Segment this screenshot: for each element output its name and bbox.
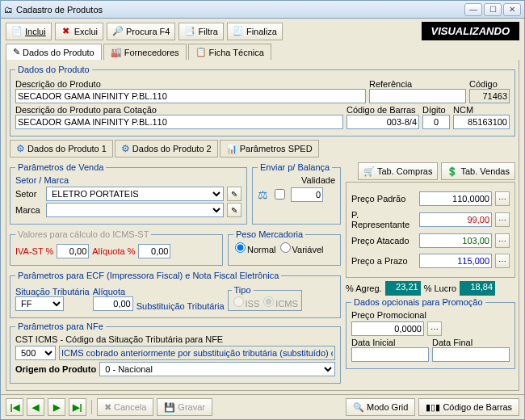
document-icon: 📄 (11, 26, 23, 37)
preco-prazo-label: Preço a Prazo (351, 256, 408, 266)
preco-atac-more[interactable]: ⋯ (495, 233, 510, 248)
sit-trib-select[interactable]: FF (15, 296, 64, 311)
peso-variavel-radio[interactable]: Variável (279, 245, 324, 254)
aliq-icms-input[interactable] (138, 244, 170, 258)
preco-padrao-more[interactable]: ⋯ (495, 191, 510, 206)
finalize-icon: 🧾 (233, 26, 244, 37)
delete-icon: ✖ (61, 26, 72, 37)
gear-icon: ⚙ (121, 143, 130, 154)
exclui-button[interactable]: ✖Exclui (55, 23, 103, 40)
minimize-button[interactable]: — (464, 3, 482, 16)
marca-edit-button[interactable]: ✎ (227, 203, 242, 217)
codigo-barras-button[interactable]: ▮▯▮Código de Barras (418, 398, 519, 416)
sheet-icon: 📋 (195, 47, 207, 57)
validade-input[interactable] (291, 187, 323, 202)
nav-last-button[interactable]: ▶| (69, 398, 86, 416)
modo-grid-label: Modo Grid (367, 402, 408, 412)
peso-variavel-label: Variável (292, 245, 324, 254)
supplier-icon: 🏭 (111, 47, 122, 57)
tab-vendas-button[interactable]: 💲Tab. Vendas (441, 162, 515, 180)
preco-rep-more[interactable]: ⋯ (495, 212, 510, 227)
iva-input[interactable] (57, 244, 89, 258)
subtab-dados1[interactable]: ⚙Dados do Produto 1 (10, 140, 113, 158)
sit-trib-label: Situação Tributária (15, 287, 90, 296)
tipo-legend: Tipo (232, 285, 254, 295)
preco-prazo-input[interactable] (419, 254, 492, 268)
tab-ficha-tecnica[interactable]: 📋Ficha Técnica (188, 44, 271, 60)
ecf-group: Parâmetros para ECF (Impressora Fiscal) … (10, 271, 341, 318)
filtra-button[interactable]: 📑Filtra (178, 23, 223, 40)
main-tabbar: ✎Dados do Produto 🏭Fornecedores 📋Ficha T… (1, 44, 524, 60)
dados-produto-group: Dados do Produto Descrição do Produto Re… (10, 65, 515, 136)
cst-code-select[interactable]: 500 (15, 346, 56, 360)
sped-icon: 📊 (226, 144, 237, 154)
nav-next-button[interactable]: ▶ (48, 398, 65, 416)
inclui-label: Inclui (25, 27, 46, 36)
maximize-button[interactable]: ☐ (484, 3, 502, 16)
subtab-sped[interactable]: 📊Parâmetros SPED (220, 140, 319, 158)
codigo-input (469, 89, 510, 103)
modo-grid-button[interactable]: 🔍Modo Grid (346, 398, 415, 416)
descricao-cot-input[interactable] (15, 115, 343, 129)
ncm-input[interactable] (453, 115, 510, 129)
data-ini-input[interactable] (351, 347, 429, 362)
codbarras-input[interactable] (346, 115, 419, 129)
preco-promo-more[interactable]: ⋯ (427, 321, 442, 336)
tab-compras-button[interactable]: 🛒Tab. Compras (358, 162, 438, 180)
pencil-icon: ✎ (13, 47, 20, 57)
referencia-input[interactable] (369, 89, 466, 103)
tab-ficha-label: Ficha Técnica (209, 48, 264, 57)
app-icon: 🗂 (4, 5, 13, 15)
preco-atac-input[interactable] (419, 233, 492, 248)
mode-badge: VISUALIZANDO (422, 22, 520, 40)
gravar-button[interactable]: 💾Gravar (157, 398, 212, 416)
scale-icon: ⚖ (258, 188, 268, 201)
nfe-legend: Parâmetros para NFe (15, 321, 106, 331)
preco-promo-input[interactable] (351, 321, 424, 336)
codbarras-label: Código de Barras (346, 105, 419, 115)
balanca-group: Enviar p/ Balança Validade ⚖ (252, 162, 341, 225)
aliq-icms-label: Alíquota % (92, 246, 135, 256)
cart-icon: 🛒 (363, 166, 375, 177)
subtab-bar: ⚙Dados do Produto 1 ⚙Dados do Produto 2 … (10, 140, 515, 158)
agreg-value: 23,21 (385, 281, 421, 296)
icmsst-group: Valores para cálculo do ICMS-ST IVA-ST %… (10, 229, 223, 266)
tab-dados-produto[interactable]: ✎Dados do Produto (6, 44, 102, 60)
lucro-label: % Lucro (424, 284, 456, 293)
digito-input[interactable] (422, 115, 450, 129)
origem-select[interactable]: 0 - Nacional (99, 362, 335, 376)
data-fim-label: Data Final (432, 338, 510, 347)
balanca-checkbox[interactable] (275, 189, 285, 200)
money-icon: 💲 (447, 166, 458, 177)
tab-fornecedores[interactable]: 🏭Fornecedores (103, 44, 187, 60)
setor-select[interactable]: ELETRO PORTATEIS (46, 187, 224, 201)
descricao-label: Descrição do Produto (15, 79, 366, 89)
marca-select[interactable] (46, 203, 224, 217)
cancela-button[interactable]: ✖Cancela (97, 398, 153, 416)
subtab-dados2[interactable]: ⚙Dados do Produto 2 (115, 140, 218, 158)
tipo-icms-radio[interactable]: ICMS (262, 299, 298, 309)
data-fim-input[interactable] (432, 347, 510, 362)
gravar-label: Gravar (178, 402, 205, 412)
peso-normal-radio[interactable]: Normal (233, 245, 275, 254)
inclui-button[interactable]: 📄Inclui (6, 23, 52, 40)
nav-first-button[interactable]: |◀ (6, 398, 23, 416)
setor-edit-button[interactable]: ✎ (227, 187, 242, 201)
close-button[interactable]: ✕ (503, 3, 521, 16)
descricao-input[interactable] (15, 89, 366, 103)
preco-padrao-input[interactable] (419, 191, 492, 206)
subst-label: Substituição Tributária (136, 301, 225, 311)
finaliza-button[interactable]: 🧾Finaliza (227, 23, 283, 40)
procura-button[interactable]: 🔎Procura F4 (107, 23, 175, 40)
agreg-label: % Agreg. (346, 284, 382, 293)
tipo-icms-label: ICMS (275, 299, 298, 309)
barcode-icon: ▮▯▮ (426, 402, 440, 413)
tipo-iss-radio[interactable]: ISS (232, 299, 260, 309)
promo-legend: Dados opcionais para Promoção (351, 297, 485, 307)
preco-prazo-more[interactable]: ⋯ (495, 254, 510, 268)
preco-rep-input[interactable] (419, 212, 492, 227)
aliq-ecf-input[interactable] (93, 296, 133, 311)
subtab-sped-label: Parâmetros SPED (240, 144, 313, 153)
finaliza-label: Finaliza (246, 27, 277, 36)
nav-prev-button[interactable]: ◀ (27, 398, 44, 416)
